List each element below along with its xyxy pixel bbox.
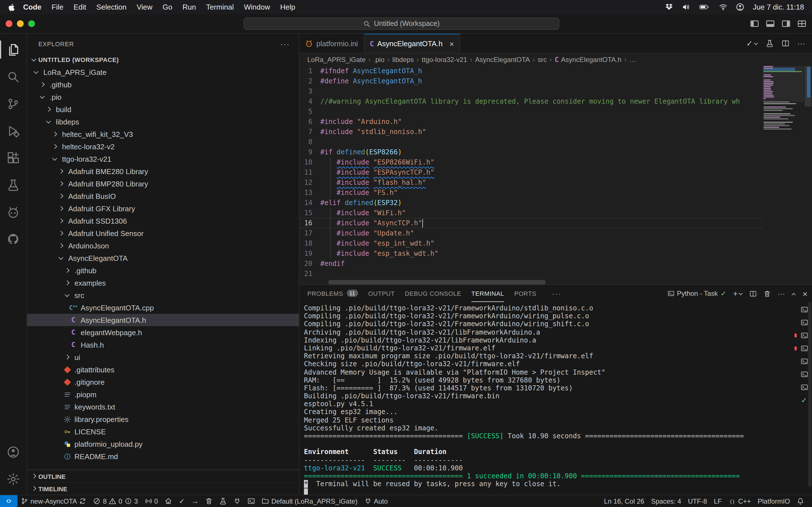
panel-tab-output[interactable]: OUTPUT bbox=[368, 285, 395, 302]
activity-source-control[interactable] bbox=[0, 90, 27, 117]
navigate-forward-button[interactable] bbox=[235, 19, 244, 28]
statusbar-cursor-position[interactable]: Ln 16, Col 26 bbox=[601, 495, 648, 507]
code-line-2[interactable]: 2#define AsyncElegantOTA_h bbox=[299, 76, 762, 86]
menu-go[interactable]: Go bbox=[158, 3, 177, 11]
activity-run-debug[interactable] bbox=[0, 117, 27, 144]
statusbar-language-mode[interactable]: {}C++ bbox=[725, 495, 754, 507]
vertical-scrollbar[interactable] bbox=[804, 66, 812, 284]
code-line-16[interactable]: 16 #include "AsyncTCP.h" bbox=[299, 218, 762, 228]
minimize-window-button[interactable] bbox=[17, 20, 24, 27]
close-panel-icon[interactable]: × bbox=[802, 289, 808, 298]
activity-extensions[interactable] bbox=[0, 144, 27, 171]
statusbar-platformio-status[interactable]: PlatformIO bbox=[754, 495, 794, 507]
code-line-6[interactable]: 6#include "Arduino.h" bbox=[299, 117, 762, 127]
breadcrumb-libdeps[interactable]: libdeps bbox=[393, 56, 414, 64]
code-line-7[interactable]: 7#include "stdlib_noniso.h" bbox=[299, 127, 762, 137]
tree-item-elegantwebpage.h[interactable]: CelegantWebpage.h bbox=[27, 326, 299, 339]
code-line-14[interactable]: 14#elif defined(ESP32) bbox=[299, 198, 762, 208]
tree-item-.gitignore[interactable]: .gitignore bbox=[27, 376, 299, 388]
code-line-5[interactable]: 5 bbox=[299, 107, 762, 117]
tree-item-adafruit-busio[interactable]: Adafruit BusIO bbox=[27, 190, 299, 202]
task-success-icon[interactable]: ✓ bbox=[800, 396, 809, 404]
activity-settings[interactable] bbox=[0, 465, 27, 492]
split-editor-button[interactable] bbox=[781, 40, 790, 47]
code-line-20[interactable]: 20#endif bbox=[299, 259, 762, 269]
toggle-sidebar-icon[interactable] bbox=[750, 19, 759, 28]
tree-item-.gitattributes[interactable]: .gitattributes bbox=[27, 363, 299, 376]
tree-item-adafruit-gfx-library[interactable]: Adafruit GFX Library bbox=[27, 202, 299, 215]
menu-selection[interactable]: Selection bbox=[91, 3, 132, 11]
run-build-task-button[interactable]: ✓ bbox=[746, 39, 758, 48]
tab-platformio.ini[interactable]: platformio.ini bbox=[299, 34, 364, 53]
statusbar-notifications[interactable] bbox=[794, 495, 808, 507]
code-line-15[interactable]: 15 #include "WiFi.h" bbox=[299, 208, 762, 218]
menubar-dropbox-icon[interactable] bbox=[665, 3, 673, 11]
explorer-more-actions-icon[interactable]: ··· bbox=[280, 39, 290, 48]
menu-view[interactable]: View bbox=[132, 3, 158, 11]
tree-item-asyncelegantota.cpp[interactable]: C++AsyncElegantOTA.cpp bbox=[27, 301, 299, 314]
tree-item-libdeps[interactable]: libdeps bbox=[27, 115, 299, 128]
code-line-9[interactable]: 9#if defined(ESP8266) bbox=[299, 147, 762, 157]
tree-item-src[interactable]: src bbox=[27, 289, 299, 301]
timeline-section-header[interactable]: TIMELINE bbox=[27, 482, 299, 495]
tree-item-keywords.txt[interactable]: keywords.txt bbox=[27, 400, 299, 413]
statusbar-pio-clean[interactable] bbox=[202, 495, 216, 507]
breadcrumb-.pio[interactable]: .pio bbox=[373, 56, 385, 64]
kill-terminal-icon[interactable] bbox=[763, 290, 771, 297]
terminal-instance-4[interactable] bbox=[800, 344, 809, 352]
tree-item-.piopm[interactable]: .piopm bbox=[27, 388, 299, 400]
maximize-panel-icon[interactable] bbox=[792, 291, 796, 295]
activity-testing[interactable] bbox=[0, 171, 27, 198]
statusbar-git-branch[interactable]: new-AsyncOTA bbox=[17, 495, 90, 507]
menu-code[interactable]: Code bbox=[18, 3, 47, 11]
minimap[interactable] bbox=[762, 66, 804, 284]
tree-item-library.properties[interactable]: library.properties bbox=[27, 413, 299, 425]
menu-edit[interactable]: Edit bbox=[68, 3, 91, 11]
apple-menu-icon[interactable] bbox=[8, 3, 16, 11]
breadcrumb-src[interactable]: src bbox=[538, 56, 547, 64]
activity-search[interactable] bbox=[0, 63, 27, 90]
code-line-21[interactable]: 21 bbox=[299, 269, 762, 279]
tree-item-adafruit-ssd1306[interactable]: Adafruit SSD1306 bbox=[27, 215, 299, 227]
split-terminal-icon[interactable] bbox=[749, 290, 757, 297]
menubar-wifi-icon[interactable] bbox=[719, 3, 727, 11]
tree-item-build[interactable]: build bbox=[27, 103, 299, 115]
statusbar-serial-port[interactable]: Auto bbox=[361, 495, 391, 507]
panel-tabs-more-icon[interactable]: ··· bbox=[552, 289, 561, 298]
panel-tab-problems[interactable]: PROBLEMS11 bbox=[307, 285, 358, 302]
terminal-picker[interactable]: Python - Task ✓ bbox=[667, 290, 726, 297]
breadcrumb-ttgo-lora32-v21[interactable]: ttgo-lora32-v21 bbox=[422, 56, 467, 64]
tree-item-ui[interactable]: ui bbox=[27, 351, 299, 363]
tree-item-platformio-upload.py[interactable]: platformio_upload.py bbox=[27, 438, 299, 450]
menu-terminal[interactable]: Terminal bbox=[201, 3, 239, 11]
breadcrumb-…[interactable]: … bbox=[629, 56, 636, 64]
toggle-panel-icon[interactable] bbox=[766, 19, 775, 28]
toggle-secondary-sidebar-icon[interactable] bbox=[781, 19, 791, 28]
code-line-4[interactable]: 4//#warning AsyncElegantOTA library is d… bbox=[299, 96, 762, 107]
code-line-18[interactable]: 18 #include "esp_int_wdt.h" bbox=[299, 238, 762, 248]
code-line-19[interactable]: 19 #include "esp_task_wdt.h" bbox=[299, 248, 762, 259]
code-line-10[interactable]: 10 #include "ESP8266WiFi.h" bbox=[299, 157, 762, 167]
statusbar-pio-upload[interactable]: → bbox=[188, 495, 202, 507]
statusbar-ports-forwarded[interactable]: 0 bbox=[141, 495, 161, 507]
panel-tab-terminal[interactable]: TERMINAL bbox=[471, 285, 504, 302]
statusbar-indentation[interactable]: Spaces: 4 bbox=[648, 495, 684, 507]
statusbar-pio-test[interactable] bbox=[216, 495, 230, 507]
tree-item-ttgo-lora32-v21[interactable]: ttgo-lora32-v21 bbox=[27, 153, 299, 165]
tree-item-license[interactable]: LICENSE bbox=[27, 425, 299, 438]
zoom-window-button[interactable] bbox=[28, 20, 35, 27]
horizontal-scrollbar-thumb[interactable] bbox=[328, 280, 546, 284]
customize-layout-icon[interactable] bbox=[797, 19, 806, 28]
tree-item-.github[interactable]: .github bbox=[27, 78, 299, 91]
panel-more-actions-icon[interactable]: ··· bbox=[777, 289, 785, 298]
activity-accounts[interactable] bbox=[0, 438, 27, 465]
menu-help[interactable]: Help bbox=[275, 3, 301, 11]
statusbar-remote-indicator[interactable] bbox=[0, 495, 17, 507]
terminal-instance-2[interactable] bbox=[800, 318, 809, 326]
tree-item-asyncelegantota.h[interactable]: CAsyncElegantOTA.h bbox=[27, 314, 299, 326]
menubar-volume-icon[interactable] bbox=[682, 3, 690, 11]
activity-github[interactable] bbox=[0, 225, 27, 252]
statusbar-pio-build[interactable]: ✓ bbox=[175, 495, 188, 507]
editor-more-actions-button[interactable]: ··· bbox=[797, 39, 805, 48]
statusbar-pio-home[interactable] bbox=[161, 495, 175, 507]
